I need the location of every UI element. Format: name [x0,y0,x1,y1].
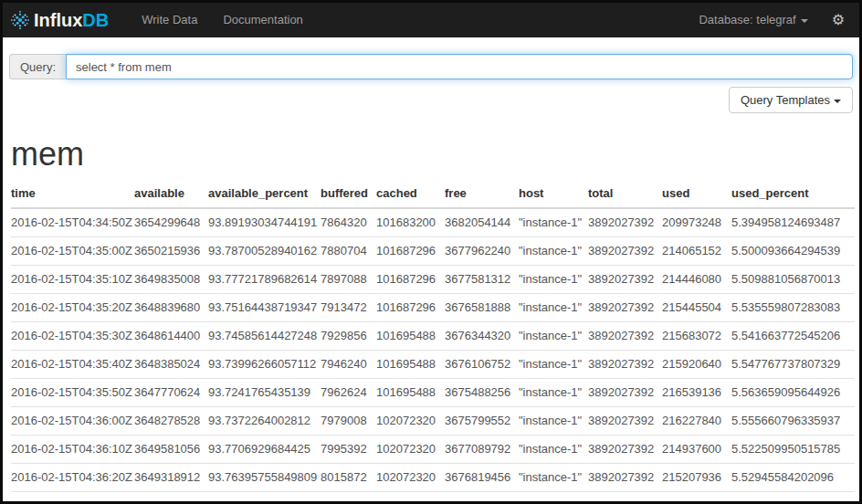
table-cell: 3648385024 [134,350,208,378]
table-cell: 93.77721789682614 [208,265,321,293]
column-header-available: available [134,182,208,208]
table-cell: 2016-02-15T04:35:30Z [11,321,134,350]
table-cell: 214937600 [662,435,731,463]
table-cell: 3675799552 [445,406,519,435]
table-cell: 209973248 [662,208,731,237]
table-cell: 2016-02-15T04:36:10Z [11,435,134,463]
query-label: Query: [9,54,66,79]
column-header-available_percent: available_percent [208,182,321,208]
database-dropdown-label: Database: telegraf [699,13,795,26]
table-cell: "instance-1" [519,463,588,491]
query-input[interactable] [66,54,853,79]
table-cell: "instance-1" [519,435,588,463]
table-cell: 2016-02-15T04:34:50Z [11,208,134,237]
table-cell: 2016-02-15T04:35:10Z [11,265,134,293]
table-cell: 3892027392 [588,236,662,265]
table-cell: 3892027392 [588,350,662,378]
table-cell: 2016-02-15T04:36:30Z [11,491,134,504]
table-cell: 93.7241765435139 [208,378,321,406]
table-header-row: timeavailableavailable_percentbufferedca… [11,182,855,208]
table-cell: 2016-02-15T04:35:20Z [11,293,134,321]
table-cell: 93.76795670815258 [208,491,321,504]
table-cell: 214446080 [662,265,731,293]
table-cell: 215683072 [662,321,731,350]
table-cell: 101687296 [376,236,445,265]
table-cell: 3677581312 [445,265,519,293]
table-cell: 215920640 [662,350,731,378]
table-cell: 102076416 [376,491,445,504]
table-cell: 5.509881056870013 [731,265,855,293]
table-cell: 216539136 [662,378,731,406]
table-cell: 5.541663772545206 [731,321,855,350]
query-templates-button[interactable]: Query Templates [729,87,853,113]
table-row: 2016-02-15T04:36:30Z364947456093.7679567… [11,491,855,504]
column-header-total: total [588,182,662,208]
query-templates-label: Query Templates [741,93,830,107]
table-cell: "instance-1" [519,293,588,321]
table-cell: 3654299648 [134,208,208,237]
column-header-buffered: buffered [321,182,376,208]
table-cell: 3675488256 [445,378,519,406]
table-row: 2016-02-15T04:35:20Z364883968093.7516443… [11,293,855,321]
table-cell: 7929856 [321,321,376,350]
templates-row: Query Templates [9,87,853,113]
table-row: 2016-02-15T04:35:10Z364983500893.7772178… [11,265,855,293]
table-cell: 3649474560 [134,491,208,504]
nav-documentation[interactable]: Documentation [210,3,315,37]
column-header-time: time [11,182,134,208]
table-cell: 3682054144 [445,208,519,237]
table-cell: "instance-1" [519,265,588,293]
table-cell: 2016-02-15T04:35:50Z [11,378,134,406]
table-cell: 102072320 [376,435,445,463]
table-row: 2016-02-15T04:35:00Z365021593693.7870052… [11,236,855,265]
table-cell: 7880704 [321,236,376,265]
nav-write-data[interactable]: Write Data [129,3,210,37]
table-cell: 216227840 [662,406,731,435]
table-cell: 3676106752 [445,350,519,378]
results-table: timeavailableavailable_percentbufferedca… [11,182,855,504]
table-cell: 93.73996266057112 [208,350,321,378]
table-cell: "instance-1" [519,236,588,265]
table-cell: 5.535559807283083 [731,293,855,321]
table-cell: "instance-1" [519,208,588,237]
table-cell: 3676962816 [445,491,519,504]
top-navbar: InfluxDB Write Data Documentation Databa… [3,3,859,37]
table-cell: 7946240 [321,350,376,378]
table-cell: 3649318912 [134,463,208,491]
navbar-right-group: Database: telegraf ⚙ [686,3,850,37]
table-row: 2016-02-15T04:34:50Z365429964893.8919303… [11,208,855,237]
table-cell: 7962624 [321,378,376,406]
table-row: 2016-02-15T04:36:20Z364931891293.7639575… [11,463,855,491]
table-cell: "instance-1" [519,321,588,350]
table-cell: 3648614400 [134,321,208,350]
table-cell: 5.500093664294539 [731,236,855,265]
influxdb-brand-link[interactable]: InfluxDB [10,10,109,31]
table-cell: 3892027392 [588,463,662,491]
table-row: 2016-02-15T04:35:30Z364861440093.7458561… [11,321,855,350]
table-cell: 7897088 [321,265,376,293]
caret-down-icon [834,100,841,103]
brand-name-primary: Influx [34,10,82,31]
table-cell: 3892027392 [588,491,662,504]
table-cell: 3649835008 [134,265,208,293]
database-dropdown[interactable]: Database: telegraf [686,3,820,37]
table-row: 2016-02-15T04:35:40Z364838502493.7399626… [11,350,855,378]
table-cell: 93.89193034744191 [208,208,321,237]
settings-gear-icon[interactable]: ⚙ [821,3,850,37]
table-cell: 3892027392 [588,265,662,293]
table-cell: 8015872 [321,463,376,491]
table-cell: 3676344320 [445,321,519,350]
measurement-title: mem [11,136,853,173]
table-cell: 3892027392 [588,321,662,350]
table-cell: 214065152 [662,236,731,265]
table-cell: 2016-02-15T04:36:00Z [11,406,134,435]
column-header-used: used [662,182,731,208]
table-cell: 5.563659095644926 [731,378,855,406]
table-cell: 101695488 [376,321,445,350]
table-cell: 3892027392 [588,208,662,237]
table-row: 2016-02-15T04:35:50Z364777062493.7241765… [11,378,855,406]
table-cell: 93.78700528940162 [208,236,321,265]
table-cell: 7979008 [321,406,376,435]
table-cell: 3650215936 [134,236,208,265]
table-cell: 2016-02-15T04:35:40Z [11,350,134,378]
